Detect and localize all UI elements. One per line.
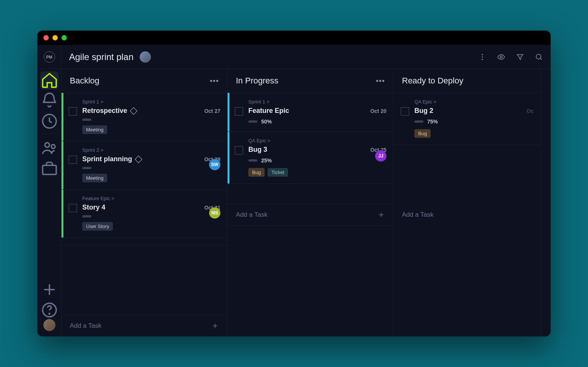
card-accent xyxy=(62,93,63,141)
task-card[interactable]: Sprint 1 > Feature Epic Oct 20 50% xyxy=(228,93,393,132)
plus-icon xyxy=(211,322,219,330)
svg-rect-3 xyxy=(43,165,56,174)
column-menu-button[interactable]: ••• xyxy=(210,77,219,85)
task-checkbox[interactable] xyxy=(69,204,77,212)
people-icon xyxy=(40,139,58,157)
task-checkbox[interactable] xyxy=(401,107,409,116)
task-title: Retrospective xyxy=(82,107,127,115)
briefcase-icon xyxy=(40,159,58,177)
task-parent[interactable]: Sprint 1 > xyxy=(82,99,220,105)
filter-button[interactable] xyxy=(516,53,524,61)
card-accent xyxy=(62,141,63,189)
task-tag[interactable]: User Story xyxy=(82,222,113,231)
card-accent xyxy=(394,93,396,145)
svg-point-1 xyxy=(45,143,49,147)
task-tag[interactable]: Meeting xyxy=(82,125,107,134)
task-date: Oc xyxy=(526,108,534,114)
titlebar xyxy=(37,31,551,45)
task-card[interactable]: Feature Epic > Story 4 Oct 31 User Story xyxy=(62,190,227,238)
visibility-button[interactable] xyxy=(497,53,505,61)
add-task-button[interactable]: Add a Task xyxy=(394,204,540,225)
home-icon xyxy=(40,71,58,89)
card-divider xyxy=(62,238,227,245)
add-task-button[interactable]: Add a Task xyxy=(62,315,227,336)
task-parent[interactable]: Feature Epic > xyxy=(82,196,220,201)
task-parent[interactable]: Sprint 2 > xyxy=(82,147,220,153)
task-date: Oct 20 xyxy=(370,108,386,114)
task-parent[interactable]: Sprint 1 > xyxy=(248,99,386,105)
task-card[interactable]: Sprint 2 > Sprint planning Oct 28 Meetin… xyxy=(62,141,227,190)
svg-point-2 xyxy=(51,145,55,148)
progress-indicator xyxy=(248,120,257,123)
task-checkbox[interactable] xyxy=(69,107,77,116)
window-minimize-button[interactable] xyxy=(52,35,58,40)
progress-text: 25% xyxy=(261,157,272,163)
svg-point-8 xyxy=(482,59,483,60)
page-title: Agile sprint plan xyxy=(69,52,134,62)
column-header: Ready to Deploy xyxy=(394,69,540,93)
sidebar-user-avatar[interactable] xyxy=(43,319,55,331)
sidebar-home-button[interactable] xyxy=(40,71,58,89)
svg-point-7 xyxy=(482,56,483,57)
task-parent[interactable]: QA Epic > xyxy=(414,99,534,105)
assignee-avatar[interactable]: SW xyxy=(209,159,220,170)
progress-indicator xyxy=(414,120,423,123)
column-menu-button[interactable]: ••• xyxy=(376,77,385,85)
sidebar-help-button[interactable] xyxy=(40,301,58,319)
search-icon xyxy=(535,53,543,61)
task-title: Feature Epic xyxy=(248,107,289,115)
add-task-label: Add a Task xyxy=(70,322,102,330)
filter-icon xyxy=(516,53,524,61)
clock-icon xyxy=(40,112,58,130)
sidebar-projects-button[interactable] xyxy=(40,159,58,177)
progress-indicator xyxy=(248,159,257,162)
task-tag[interactable]: Ticket xyxy=(268,168,288,177)
app-logo-text: PM xyxy=(44,51,55,63)
column-header: Backlog ••• xyxy=(62,69,227,93)
assignee-avatar[interactable]: MS xyxy=(209,207,220,219)
window-close-button[interactable] xyxy=(43,35,49,40)
task-parent[interactable]: QA Epic > xyxy=(248,138,386,143)
kanban-board[interactable]: Backlog ••• Sprint 1 > Retrospective xyxy=(62,69,551,336)
task-checkbox[interactable] xyxy=(235,146,243,154)
task-card[interactable]: Sprint 1 > Retrospective Oct 27 Meeting xyxy=(62,93,227,141)
task-checkbox[interactable] xyxy=(69,156,77,164)
add-task-button[interactable]: Add a Task xyxy=(228,204,393,226)
add-task-label: Add a Task xyxy=(402,211,434,219)
app-body: PM xyxy=(37,45,551,336)
main-area: Agile sprint plan xyxy=(62,45,551,336)
task-checkbox[interactable] xyxy=(235,107,243,116)
milestone-icon xyxy=(135,156,142,163)
column-title: Backlog xyxy=(70,76,99,86)
progress-indicator xyxy=(82,167,91,169)
card-list: Sprint 1 > Feature Epic Oct 20 50% xyxy=(228,93,393,204)
task-date: Oct 27 xyxy=(204,108,220,114)
column-title: In Progress xyxy=(236,76,279,86)
svg-point-6 xyxy=(482,54,483,55)
sidebar-notifications-button[interactable] xyxy=(40,92,58,110)
progress-text: 50% xyxy=(261,119,272,125)
plus-icon xyxy=(40,281,58,299)
project-owner-avatar[interactable] xyxy=(140,51,151,63)
window-maximize-button[interactable] xyxy=(62,35,67,40)
assignee-avatar[interactable]: JJ xyxy=(375,150,386,162)
task-card[interactable]: QA Epic > Bug 3 Oct 25 25% xyxy=(228,132,393,184)
progress-indicator xyxy=(82,215,91,217)
card-accent xyxy=(62,190,63,237)
task-tag[interactable]: Meeting xyxy=(82,174,107,182)
task-card[interactable]: QA Epic > Bug 2 Oc 75% B xyxy=(394,93,540,145)
card-list: QA Epic > Bug 2 Oc 75% B xyxy=(394,93,540,204)
app-logo[interactable]: PM xyxy=(37,45,62,69)
search-button[interactable] xyxy=(535,53,543,61)
svg-point-10 xyxy=(536,54,541,59)
sidebar-team-button[interactable] xyxy=(40,139,58,157)
page-header: Agile sprint plan xyxy=(62,45,551,69)
progress-indicator xyxy=(82,119,91,121)
sidebar-add-button[interactable] xyxy=(40,281,58,299)
more-vertical-icon xyxy=(478,53,486,61)
task-tag[interactable]: Bug xyxy=(414,129,431,138)
sidebar-recent-button[interactable] xyxy=(40,112,58,130)
task-tag[interactable]: Bug xyxy=(248,168,265,177)
task-title: Bug 3 xyxy=(248,146,267,154)
more-button[interactable] xyxy=(478,53,486,61)
